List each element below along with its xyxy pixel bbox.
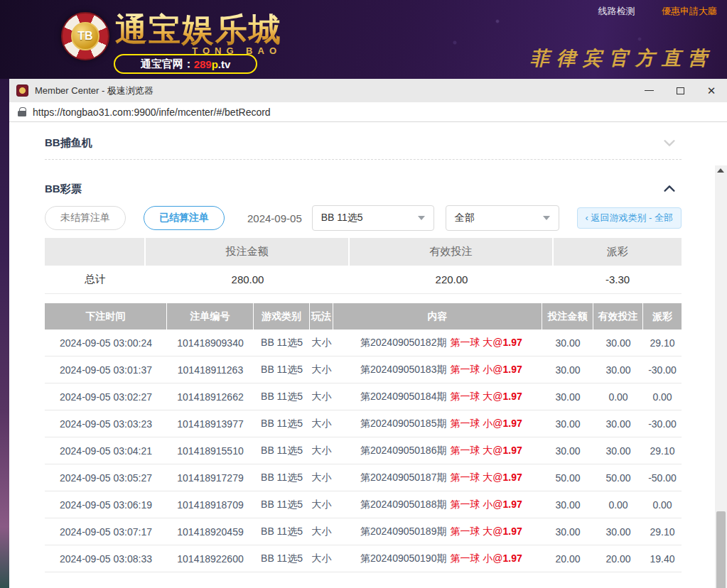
desktop-left-strip [0,79,9,588]
content-period: 第202409050187期 [360,472,446,484]
cell-game: BB 11选5 [254,545,310,572]
site-p: p [212,58,218,70]
cell-content: 第202409050188期 第一球 小@1.97 [333,491,542,518]
summary-total-payout: -3.30 [554,266,682,294]
playtype-select[interactable]: 全部 [446,205,559,231]
col-header-valid: 有效投注 [593,303,643,330]
table-row: 2024-09-05 03:04:21 101418915510 BB 11选5… [45,437,682,464]
col-header-content: 内容 [333,303,542,330]
cell-valid-bet: 0.00 [593,383,643,410]
date-label[interactable]: 2024-09-05 [247,212,302,224]
cell-bet-amount: 30.00 [542,437,593,464]
content-pick: 第一球 大@1.97 [450,526,522,538]
site-tv: .tv [218,58,231,70]
scrollbar[interactable] [715,165,727,588]
playtype-select-value: 全部 [455,212,475,224]
close-icon: ✕ [707,85,716,96]
cell-play: 大小 [310,410,333,437]
col-header-payout: 派彩 [643,303,682,330]
cell-game: BB 11选5 [254,491,310,518]
address-bar[interactable]: https://tongbao31.com:9900/infe/mcenter/… [9,102,727,122]
minimize-button[interactable] [633,79,664,102]
cell-bet-amount: 30.00 [542,410,593,437]
col-header-play: 玩法 [310,303,333,330]
cell-content: 第202409050183期 第一球 小@1.97 [333,356,542,383]
content-pick: 第一球 小@1.97 [450,552,522,565]
top-banner: TB 通宝娱乐城 TONG BAO 通宝官网： 289 p .tv 线路检测 優… [0,0,727,79]
unsettled-bets-button[interactable]: 未结算注单 [45,206,126,230]
site-label: 通宝官网： [141,58,194,71]
scroll-up-icon[interactable] [717,168,724,173]
site-number: 289 [194,58,212,70]
cell-time: 2024-09-05 03:08:33 [45,545,167,572]
col-header-game: 游戏类别 [254,303,310,330]
table-row: 2024-09-05 03:03:23 101418913977 BB 11选5… [45,410,682,437]
cell-play: 大小 [310,545,333,572]
content-period: 第202409050190期 [360,552,446,565]
cell-valid-bet: 30.00 [593,518,643,545]
content-odds: 1.97 [503,526,522,537]
content-period: 第202409050184期 [360,391,446,403]
minimize-icon [645,90,654,91]
table-row: 2024-09-05 03:02:27 101418912662 BB 11选5… [45,383,682,410]
chevron-up-icon[interactable] [662,181,677,197]
back-to-categories-link[interactable]: ‹ 返回游戏类别 - 全部 [577,207,682,229]
caret-down-icon [418,216,425,220]
scrollbar-thumb[interactable] [716,511,726,588]
cell-game: BB 11选5 [254,518,310,545]
cell-content: 第202409050184期 第一球 大@1.97 [333,383,542,410]
table-row: 2024-09-05 03:07:17 101418920459 BB 11选5… [45,518,682,545]
logo-text-block: 通宝娱乐城 TONG BAO [115,9,286,56]
summary-header-row: 投注金额 有效投注 派彩 [45,238,682,266]
section-fishing-title: BB捕鱼机 [45,136,92,150]
table-body: 2024-09-05 03:00:24 101418909340 BB 11选5… [45,330,682,572]
game-select[interactable]: BB 11选5 [312,205,434,231]
cell-content: 第202409050182期 第一球 大@1.97 [333,330,542,356]
maximize-button[interactable] [664,79,696,102]
browser-window: Member Center - 极速浏览器 ✕ https://tongbao3… [9,79,727,588]
url-text[interactable]: https://tongbao31.com:9900/infe/mcenter/… [33,107,271,118]
content-pick: 第一球 大@1.97 [450,391,522,403]
content-odds: 1.97 [503,552,522,564]
section-lottery-header[interactable]: BB彩票 [45,178,682,200]
content-pick: 第一球 小@1.97 [450,499,522,511]
summary-header-payout: 派彩 [554,238,682,266]
promo-hall-link[interactable]: 優惠申請大廳 [662,6,717,16]
content-period: 第202409050183期 [360,364,446,376]
content-odds: 1.97 [503,472,522,483]
content-odds: 1.97 [503,499,522,510]
cell-time: 2024-09-05 03:03:23 [45,410,167,437]
summary-header-valid: 有效投注 [350,238,554,266]
content-odds: 1.97 [503,391,522,402]
cell-valid-bet: 30.00 [593,330,643,356]
cell-bet-id: 101418912662 [167,383,254,410]
game-select-value: BB 11选5 [321,212,363,224]
cell-time: 2024-09-05 03:07:17 [45,518,167,545]
chevron-down-icon[interactable] [662,135,677,151]
close-button[interactable]: ✕ [696,79,727,102]
content-pick: 第一球 大@1.97 [450,337,522,349]
cell-game: BB 11选5 [254,356,310,383]
settled-bets-button[interactable]: 已结算注单 [144,206,225,230]
line-check-link[interactable]: 线路检测 [598,6,635,16]
cell-bet-id: 101418922600 [167,545,254,572]
maximize-icon [677,87,684,94]
content-pick: 第一球 小@1.97 [450,364,522,376]
cell-bet-id: 101418917279 [167,464,254,491]
cell-valid-bet: 0.00 [593,491,643,518]
section-fishing-header[interactable]: BB捕鱼机 [45,132,682,153]
cell-valid-bet: 20.00 [593,545,643,572]
content-pick: 第一球 大@1.97 [450,445,522,457]
cell-bet-amount: 30.00 [542,491,593,518]
page-content: BB捕鱼机 BB彩票 未结算注单 已结算注单 2024-09-05 BB 11选… [9,122,727,588]
bet-record-table: 下注时间 注单编号 游戏类别 玩法 内容 投注金额 有效投注 派彩 2024-0… [45,303,682,572]
cell-time: 2024-09-05 03:05:27 [45,464,167,491]
table-row: 2024-09-05 03:06:19 101418918709 BB 11选5… [45,491,682,518]
cell-time: 2024-09-05 03:00:24 [45,330,167,356]
cell-payout: 29.10 [643,437,682,464]
content-period: 第202409050189期 [360,526,446,538]
cell-content: 第202409050189期 第一球 大@1.97 [333,518,542,545]
cell-game: BB 11选5 [254,410,310,437]
content-period: 第202409050186期 [360,445,446,457]
brand-title: 通宝娱乐城 [115,9,286,51]
